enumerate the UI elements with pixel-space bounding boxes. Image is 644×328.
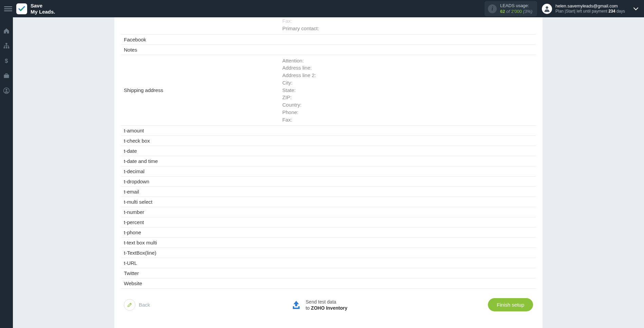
svg-rect-1: [6, 43, 7, 44]
back-button[interactable]: Back: [124, 299, 150, 311]
sitemap-icon[interactable]: [3, 42, 10, 49]
field-row[interactable]: Twitter: [121, 268, 536, 278]
field-label: t-amount: [121, 126, 279, 135]
user-menu[interactable]: helen.savemyleads@gmail.com Plan |Start|…: [542, 3, 640, 14]
user-icon: [543, 5, 551, 13]
briefcase-icon[interactable]: [3, 72, 10, 79]
leads-of: of: [506, 9, 510, 14]
app-title: Save My Leads.: [31, 3, 55, 15]
field-row[interactable]: t-TextBox(line): [121, 248, 536, 258]
pencil-icon: [124, 299, 135, 311]
chevron-down-icon[interactable]: [633, 7, 639, 11]
field-row[interactable]: t-dropdown: [121, 177, 536, 187]
send-test-line1: Send test data: [306, 299, 347, 305]
field-label: t-dropdown: [121, 177, 279, 186]
field-row[interactable]: t-date and time: [121, 156, 536, 166]
leads-usage-badge[interactable]: i LEADS usage: 62 of 2'000 (3%): [485, 1, 537, 16]
app-header: Save My Leads. i LEADS usage: 62 of 2'00…: [0, 0, 644, 17]
avatar: [542, 4, 552, 14]
field-row[interactable]: t-phone: [121, 227, 536, 238]
svg-rect-4: [8, 47, 9, 48]
field-label: t-phone: [121, 227, 279, 237]
field-label: t-date and time: [121, 156, 279, 166]
field-row-partial: Fax: Primary contact:: [121, 17, 536, 35]
field-label: Website: [121, 278, 279, 288]
svg-rect-3: [6, 47, 7, 48]
field-row[interactable]: t-check box: [121, 136, 536, 146]
field-label: t-URL: [121, 258, 279, 268]
field-label: t-percent: [121, 217, 279, 227]
field-row[interactable]: t-decimal: [121, 166, 536, 177]
shipping-lines: Attention: Address line: Address line 2:…: [279, 55, 536, 126]
field-label-empty: [121, 17, 279, 21]
field-label: Notes: [121, 45, 279, 55]
left-sidebar: $: [0, 17, 13, 328]
field-label: t-decimal: [121, 166, 279, 176]
field-row[interactable]: t-text box multi: [121, 238, 536, 248]
home-icon[interactable]: [3, 28, 10, 34]
svg-rect-11: [298, 306, 300, 308]
send-test-button[interactable]: Send test data to ZOHO Inventory: [291, 299, 347, 311]
card-footer: Back Send test data to ZOHO Inventory: [121, 289, 536, 314]
field-row-notes[interactable]: Notes: [121, 45, 536, 55]
field-label: t-check box: [121, 136, 279, 146]
field-label: t-number: [121, 207, 279, 217]
field-row-shipping[interactable]: Shipping address Attention: Address line…: [121, 55, 536, 126]
field-row[interactable]: Website: [121, 278, 536, 289]
info-icon: i: [488, 4, 497, 13]
main-content: Fax: Primary contact: Facebook Notes Shi…: [13, 17, 644, 328]
field-fax: Fax:: [282, 17, 532, 25]
field-row[interactable]: t-percent: [121, 217, 536, 227]
field-label: Facebook: [121, 35, 279, 44]
svg-point-8: [6, 89, 7, 91]
field-label: t-date: [121, 146, 279, 156]
field-label: Twitter: [121, 268, 279, 278]
field-label: t-TextBox(line): [121, 248, 279, 258]
field-row[interactable]: t-URL: [121, 258, 536, 268]
send-test-line2: to ZOHO Inventory: [306, 305, 347, 311]
form-card: Fax: Primary contact: Facebook Notes Shi…: [114, 17, 543, 328]
user-circle-icon[interactable]: [3, 87, 10, 94]
field-row[interactable]: t-email: [121, 187, 536, 197]
field-row[interactable]: t-date: [121, 146, 536, 156]
leads-total: 2'000: [511, 9, 522, 14]
svg-rect-6: [4, 75, 9, 78]
field-row[interactable]: t-multi select: [121, 197, 536, 207]
user-email: helen.savemyleads@gmail.com: [555, 3, 625, 9]
leads-usage-title: LEADS usage:: [500, 3, 532, 8]
svg-point-0: [546, 6, 548, 8]
finish-setup-button[interactable]: Finish setup: [488, 298, 533, 311]
field-row[interactable]: t-amount: [121, 126, 536, 136]
user-plan: Plan |Start| left until payment 234 days: [555, 9, 625, 14]
svg-rect-2: [4, 47, 5, 48]
field-label: t-multi select: [121, 197, 279, 207]
hamburger-menu-icon[interactable]: [4, 5, 12, 13]
svg-rect-10: [293, 306, 294, 308]
leads-used: 62: [500, 9, 505, 14]
svg-rect-9: [293, 308, 300, 309]
field-primary-contact: Primary contact:: [282, 25, 532, 32]
checkmark-icon: [18, 6, 25, 12]
field-label-shipping: Shipping address: [121, 85, 279, 95]
leads-percent: (3%): [523, 9, 532, 14]
upload-icon: [291, 299, 302, 310]
dollar-icon[interactable]: $: [3, 57, 10, 64]
back-label: Back: [139, 302, 150, 308]
field-label: t-email: [121, 187, 279, 197]
field-row[interactable]: t-number: [121, 207, 536, 217]
app-logo[interactable]: [16, 3, 27, 14]
svg-text:$: $: [5, 58, 8, 64]
field-row-facebook[interactable]: Facebook: [121, 35, 536, 45]
field-label: t-text box multi: [121, 238, 279, 248]
